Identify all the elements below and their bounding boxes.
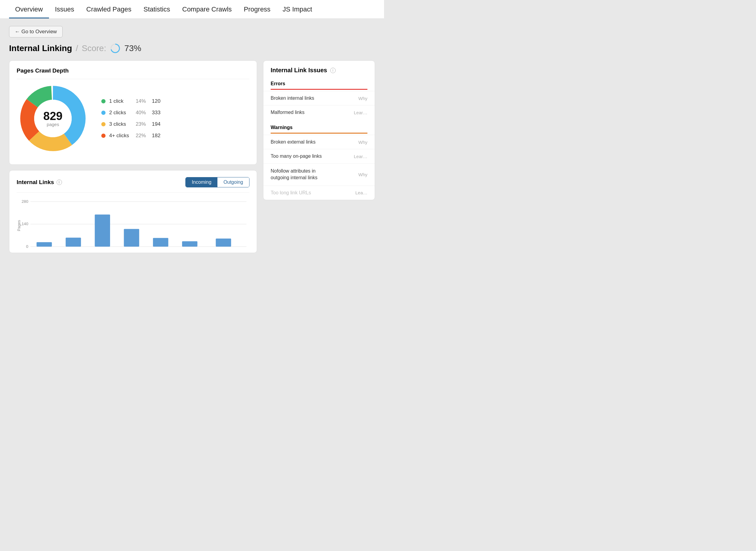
issue-action[interactable]: Lea… <box>355 190 367 195</box>
svg-rect-16 <box>66 237 81 246</box>
title-divider: / <box>76 43 78 53</box>
legend-text: 2 clicks <box>109 110 129 116</box>
svg-rect-15 <box>37 242 52 246</box>
svg-rect-20 <box>182 241 198 246</box>
score-percent: 73% <box>124 43 141 53</box>
legend-pct: 22% <box>133 133 146 139</box>
issue-too-many-links[interactable]: Too many on-page links Lear… <box>263 149 375 163</box>
nav-tab-statistics[interactable]: Statistics <box>137 0 176 18</box>
issue-nofollow-attributes[interactable]: Nofollow attributes inoutgoing internal … <box>263 163 375 185</box>
svg-rect-18 <box>124 229 139 246</box>
issue-broken-internal-links[interactable]: Broken internal links Why <box>263 91 375 105</box>
donut-total: 829 <box>43 110 62 122</box>
legend-item: 4+ clicks 22% 182 <box>101 133 160 139</box>
legend-dot <box>101 122 105 126</box>
issue-label: Nofollow attributes inoutgoing internal … <box>271 168 318 181</box>
donut-label: pages <box>43 122 62 127</box>
svg-text:Pages: Pages <box>17 220 21 231</box>
issues-info-icon[interactable]: i <box>330 68 336 73</box>
outgoing-button[interactable]: Outgoing <box>218 177 249 187</box>
legend-item: 2 clicks 40% 333 <box>101 110 160 116</box>
svg-text:0: 0 <box>26 244 28 249</box>
issue-action[interactable]: Why <box>358 96 367 101</box>
legend: 1 click 14% 120 2 clicks 40% 333 3 click… <box>101 98 160 139</box>
incoming-outgoing-toggle: Incoming Outgoing <box>185 177 250 187</box>
crawl-depth-card: Pages Crawl Depth <box>9 60 257 165</box>
issue-label: Malformed links <box>271 110 305 115</box>
internal-links-card: Internal Links i Incoming Outgoing <box>9 170 257 253</box>
legend-count: 333 <box>150 110 160 116</box>
incoming-button[interactable]: Incoming <box>186 177 218 187</box>
issue-label: Broken internal links <box>271 95 314 101</box>
warnings-underline <box>271 133 367 134</box>
legend-text: 4+ clicks <box>109 133 129 139</box>
donut-area: 829 pages 1 click 14% 120 2 clicks 40% 3… <box>17 79 250 158</box>
legend-count: 194 <box>150 121 160 127</box>
issues-title: Internal Link Issues <box>271 67 327 74</box>
nav-tab-compare-crawls[interactable]: Compare Crawls <box>176 0 238 18</box>
svg-rect-17 <box>95 214 110 246</box>
donut-chart: 829 pages <box>17 82 89 155</box>
svg-rect-19 <box>153 238 168 246</box>
issues-header: Internal Link Issues i <box>263 61 375 78</box>
errors-label: Errors <box>263 78 375 89</box>
legend-pct: 23% <box>133 121 146 127</box>
nav-tab-overview[interactable]: Overview <box>9 0 49 18</box>
issue-too-long-urls[interactable]: Too long link URLs Lea… <box>263 185 375 200</box>
issue-action[interactable]: Lear… <box>354 154 367 159</box>
main-content: ← Go to Overview Internal Linking / Scor… <box>0 19 384 259</box>
content-row: Pages Crawl Depth <box>9 60 375 253</box>
legend-dot <box>101 99 105 103</box>
donut-center: 829 pages <box>43 110 62 127</box>
legend-dot <box>101 134 105 138</box>
issue-action[interactable]: Why <box>358 140 367 145</box>
links-card-header: Internal Links i Incoming Outgoing <box>17 177 250 187</box>
legend-item: 1 click 14% 120 <box>101 98 160 104</box>
links-title: Internal Links i <box>17 179 62 185</box>
legend-count: 120 <box>150 98 160 104</box>
issue-label: Broken external links <box>271 139 316 145</box>
svg-rect-21 <box>216 238 231 246</box>
legend-pct: 40% <box>133 110 146 116</box>
crawl-depth-title: Pages Crawl Depth <box>17 67 250 74</box>
score-label: Score: <box>82 43 106 53</box>
left-column: Pages Crawl Depth <box>9 60 257 253</box>
nav-tab-progress[interactable]: Progress <box>238 0 276 18</box>
errors-underline <box>271 89 367 90</box>
back-button[interactable]: ← Go to Overview <box>9 26 63 37</box>
legend-text: 1 click <box>109 98 129 104</box>
issue-label: Too many on-page links <box>271 153 322 159</box>
links-info-icon[interactable]: i <box>56 179 62 185</box>
legend-pct: 14% <box>133 98 146 104</box>
issues-panel: Internal Link Issues i Errors Broken int… <box>263 60 375 200</box>
score-circle-icon <box>110 43 121 54</box>
svg-text:280: 280 <box>22 199 28 204</box>
page-main-title: Internal Linking <box>9 43 72 53</box>
legend-dot <box>101 111 105 115</box>
issue-label: Too long link URLs <box>271 190 311 195</box>
nav-bar: OverviewIssuesCrawled PagesStatisticsCom… <box>0 0 384 19</box>
issue-broken-external-links[interactable]: Broken external links Why <box>263 135 375 149</box>
bar-chart-area: 280 140 0 Pages <box>17 192 250 253</box>
bar-chart-svg: 280 140 0 Pages <box>17 195 250 253</box>
svg-text:140: 140 <box>22 222 28 226</box>
issue-action[interactable]: Lear… <box>354 110 367 115</box>
issue-malformed-links[interactable]: Malformed links Lear… <box>263 105 375 119</box>
nav-tab-js-impact[interactable]: JS Impact <box>276 0 318 18</box>
legend-text: 3 clicks <box>109 121 129 127</box>
nav-tab-issues[interactable]: Issues <box>49 0 80 18</box>
issue-action[interactable]: Why <box>358 172 367 177</box>
nav-tab-crawled-pages[interactable]: Crawled Pages <box>80 0 137 18</box>
legend-item: 3 clicks 23% 194 <box>101 121 160 127</box>
legend-count: 182 <box>150 133 160 139</box>
page-title-row: Internal Linking / Score: 73% <box>9 43 375 54</box>
warnings-label: Warnings <box>263 122 375 133</box>
